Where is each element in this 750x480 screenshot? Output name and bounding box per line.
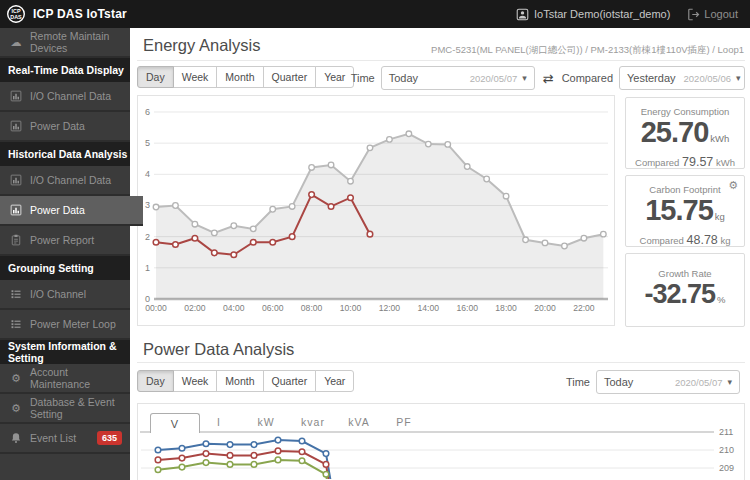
- sidebar-item-database-event-setting[interactable]: ⚙ Database & Event Setting: [0, 394, 130, 424]
- energy-period-quarter-button[interactable]: Quarter: [263, 66, 317, 88]
- svg-text:14:00: 14:00: [418, 303, 440, 313]
- sidebar-item-power-data-historical[interactable]: Power Data: [0, 196, 143, 226]
- energy-time-controls: Time Today 2020/05/07 ▾ ⇄ Compared Yeste…: [351, 66, 745, 90]
- growth-rate-card: Growth Rate -32.75%: [625, 253, 745, 327]
- power-period-week-button[interactable]: Week: [173, 370, 218, 392]
- chart-icon: [10, 90, 22, 102]
- svg-text:6: 6: [145, 107, 150, 117]
- svg-text:210: 210: [719, 445, 734, 455]
- energy-chart: 012345600:0002:0004:0006:0008:0010:0012:…: [138, 96, 612, 323]
- top-bar: ICP DAS ICP DAS IoTstar IoTstar Demo(iot…: [0, 0, 750, 28]
- svg-text:DAS: DAS: [10, 14, 22, 20]
- logged-in-user[interactable]: IoTstar Demo(iotstar_demo): [534, 8, 670, 20]
- sidebar-item-event-list[interactable]: Event List 635: [0, 424, 130, 454]
- caret-down-icon: ▾: [736, 73, 741, 83]
- growth-rate-value: -32.75%: [626, 279, 744, 315]
- compared-select[interactable]: Yesterday 2020/05/06 ▾: [619, 66, 745, 90]
- svg-text:3: 3: [145, 200, 150, 210]
- sidebar-item-io-channel-data-historical[interactable]: I/O Channel Data: [0, 166, 130, 196]
- sidebar-section-historical-data-analysis: Historical Data Analysis: [0, 142, 130, 166]
- energy-period-week-button[interactable]: Week: [173, 66, 218, 88]
- svg-text:18:00: 18:00: [495, 303, 517, 313]
- power-period-day-button[interactable]: Day: [137, 370, 174, 392]
- svg-text:1: 1: [145, 263, 150, 273]
- sidebar-item-power-data-realtime[interactable]: Power Data: [0, 112, 130, 142]
- energy-period-year-button[interactable]: Year: [315, 66, 354, 88]
- svg-text:20:00: 20:00: [534, 303, 556, 313]
- caret-down-icon: ▾: [727, 377, 732, 387]
- time-date: 2020/05/07: [470, 73, 518, 84]
- energy-period-day-button[interactable]: Day: [137, 66, 174, 88]
- sidebar-item-io-channel[interactable]: I/O Channel: [0, 280, 130, 310]
- gear-icon: ⚙: [10, 373, 22, 384]
- power-time-controls: Time Today 2020/05/07 ▾: [566, 370, 740, 394]
- sidebar-section-grouping-setting: Grouping Setting: [0, 256, 130, 280]
- chart-icon: [10, 174, 22, 186]
- carbon-footprint-value: 15.75kg: [626, 195, 744, 232]
- breadcrumb: PMC-5231(ML PANEL(湖口總公司)) / PM-2133(前棟1樓…: [431, 44, 744, 57]
- app-title: ICP DAS IoTstar: [33, 7, 127, 21]
- power-period-month-button[interactable]: Month: [216, 370, 263, 392]
- energy-analysis-title: Energy Analysis: [143, 36, 260, 55]
- power-chart: 211210209: [138, 404, 742, 479]
- caret-down-icon: ▾: [522, 73, 527, 83]
- svg-text:06:00: 06:00: [262, 303, 284, 313]
- svg-text:00:00: 00:00: [145, 303, 167, 313]
- sidebar-item-io-channel-data-realtime[interactable]: I/O Channel Data: [0, 82, 130, 112]
- power-period-quarter-button[interactable]: Quarter: [263, 370, 317, 392]
- swap-compare-icon[interactable]: ⇄: [543, 71, 554, 86]
- energy-period-button-group: Day Week Month Quarter Year: [137, 66, 354, 88]
- main-content: Energy Analysis PMC-5231(ML PANEL(湖口總公司)…: [130, 28, 750, 480]
- sidebar-item-account-maintenance[interactable]: ⚙ Account Maintenance: [0, 364, 130, 394]
- bell-icon: [10, 432, 22, 444]
- svg-text:22:00: 22:00: [573, 303, 595, 313]
- svg-text:16:00: 16:00: [456, 303, 478, 313]
- time-label: Time: [351, 72, 375, 84]
- chart-icon: [10, 204, 22, 216]
- power-period-button-group: Day Week Month Quarter Year: [137, 370, 354, 392]
- carbon-footprint-card: ⚙ Carbon Footprint 15.75kg Compared 48.7…: [625, 175, 745, 247]
- gear-icon: ⚙: [10, 403, 22, 414]
- cloud-icon: ☁: [10, 37, 22, 48]
- time-date: 2020/05/07: [675, 377, 723, 388]
- divider: [137, 362, 745, 363]
- energy-consumption-card: Energy Consumption 25.70kWh Compared 79.…: [625, 97, 745, 169]
- user-icon: [516, 8, 529, 21]
- sidebar-item-power-meter-loop[interactable]: Power Meter Loop: [0, 310, 130, 340]
- measure-tab-v[interactable]: V: [150, 413, 200, 433]
- svg-text:02:00: 02:00: [184, 303, 206, 313]
- sidebar-item-remote-maintain-devices[interactable]: ☁ Remote Maintain Devices: [0, 28, 130, 58]
- sidebar-section-real-time-data-display: Real-Time Data Display: [0, 58, 130, 82]
- gear-icon[interactable]: ⚙: [728, 179, 738, 192]
- event-count-badge: 635: [97, 431, 122, 445]
- logout-icon: [687, 8, 700, 21]
- svg-text:10:00: 10:00: [340, 303, 362, 313]
- svg-text:5: 5: [145, 138, 150, 148]
- sidebar-item-power-report[interactable]: Power Report: [0, 226, 130, 256]
- sidebar-section-system-information-setting: System Information & Setting: [0, 340, 130, 364]
- list-icon: [10, 318, 22, 330]
- compared-label: Compared: [562, 72, 613, 84]
- svg-text:211: 211: [719, 427, 733, 437]
- svg-text:12:00: 12:00: [379, 303, 401, 313]
- power-time-select[interactable]: Today 2020/05/07 ▾: [596, 370, 740, 394]
- svg-text:04:00: 04:00: [223, 303, 245, 313]
- energy-chart-panel: 012345600:0002:0004:0006:0008:0010:0012:…: [137, 95, 615, 326]
- energy-consumption-value: 25.70kWh: [626, 117, 744, 154]
- sidebar: ☁ Remote Maintain Devices Real-Time Data…: [0, 28, 130, 480]
- list-icon: [10, 288, 22, 300]
- time-select[interactable]: Today 2020/05/07 ▾: [381, 66, 535, 90]
- svg-text:2: 2: [145, 232, 150, 242]
- svg-text:209: 209: [719, 463, 734, 473]
- chart-icon: [10, 120, 22, 132]
- svg-text:4: 4: [145, 169, 150, 179]
- power-data-analysis-title: Power Data Analysis: [143, 340, 294, 359]
- power-period-year-button[interactable]: Year: [315, 370, 354, 392]
- energy-period-month-button[interactable]: Month: [216, 66, 263, 88]
- power-chart-panel: V I kW kvar kVA PF 211210209: [137, 403, 745, 480]
- report-icon: [10, 234, 22, 246]
- divider: [137, 60, 745, 61]
- logout-button[interactable]: Logout: [687, 8, 738, 21]
- compared-date: 2020/05/06: [684, 73, 732, 84]
- time-label: Time: [566, 376, 590, 388]
